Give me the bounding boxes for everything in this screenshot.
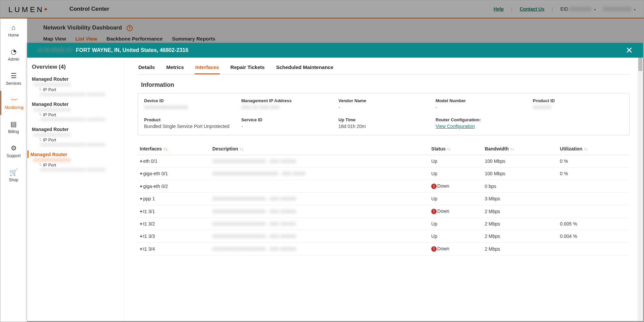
cell-status: !Down xyxy=(429,205,483,218)
billing-icon: ▤ xyxy=(10,120,17,128)
col-status[interactable]: Status↑↓ xyxy=(429,143,483,155)
tab-scheduled-maintenance[interactable]: Scheduled Maintenance xyxy=(275,64,334,74)
label: Model Number xyxy=(436,98,526,103)
overview-group: Managed RouterXXXXXXXXXXXXXX└IP PortXXXX… xyxy=(30,75,124,97)
cell-bandwidth: 100 Mbps xyxy=(483,168,558,180)
dashboard-tabs: Map ViewList ViewBackbone PerformanceSum… xyxy=(43,36,628,42)
cell-bandwidth: 2 Mbps xyxy=(483,218,558,230)
dash-tab-list-view[interactable]: List View xyxy=(75,36,97,42)
info-device-id: Device IDXXXXXXXXXXXXXX xyxy=(144,98,235,110)
logo: LUMEN• xyxy=(8,4,49,14)
sidebar-label: Support xyxy=(6,153,20,158)
user-dropdown[interactable]: XXXXXXXXX ▾ xyxy=(603,6,636,12)
cell-bandwidth: 2 Mbps xyxy=(483,230,558,243)
tab-metrics[interactable]: Metrics xyxy=(166,64,185,74)
dash-tab-summary-reports[interactable]: Summary Reports xyxy=(172,36,215,42)
tree-connector-icon: └ xyxy=(39,112,42,117)
cell-utilization: 0.004 % xyxy=(558,230,630,243)
support-icon: ⚙ xyxy=(11,144,17,152)
help-icon[interactable]: ? xyxy=(127,25,133,31)
dash-tab-map-view[interactable]: Map View xyxy=(43,36,66,42)
separator: | xyxy=(511,6,512,12)
sidebar-item-billing[interactable]: ▤Billing xyxy=(0,115,27,139)
interface-row: +t1 3/4XXXXXXXXXXXXXXXXX - XXX XXXXX!Dow… xyxy=(138,243,630,255)
overview-router[interactable]: Managed Router xyxy=(27,150,124,158)
interface-row: +giga-eth 0/2!Down0 bps xyxy=(138,180,630,193)
expand-icon[interactable]: + xyxy=(140,184,142,189)
overview-ip-port[interactable]: └IP Port xyxy=(30,87,124,92)
overview-ip-port[interactable]: └IP Port xyxy=(30,137,124,142)
cell-status: Up xyxy=(429,168,483,180)
sidebar-item-admin[interactable]: ◔Admin xyxy=(0,43,27,67)
overview-router[interactable]: Managed Router xyxy=(30,125,124,133)
expand-icon[interactable]: + xyxy=(140,209,142,214)
overview-router-id: XXXXXXXXXXXXXX xyxy=(30,108,124,112)
info-product-id: Product IDXXXXXX xyxy=(533,98,623,110)
overview-ip-port[interactable]: └IP Port xyxy=(30,163,124,168)
col-description[interactable]: Description↑↓ xyxy=(210,143,429,155)
expand-icon[interactable]: + xyxy=(140,234,142,239)
dash-tab-backbone-performance[interactable]: Backbone Performance xyxy=(107,36,163,42)
contact-link[interactable]: Contact Us xyxy=(520,6,544,12)
expand-icon[interactable]: + xyxy=(140,158,142,164)
sidebar-item-monitoring[interactable]: 〰Monitoring xyxy=(0,91,27,115)
user-value: XXXXXXXXX xyxy=(603,6,631,12)
chevron-down-icon: ▾ xyxy=(634,8,636,11)
cell-interface: +t1 3/3 xyxy=(138,230,210,243)
location-prefix: 10 W MAIN ST xyxy=(37,47,73,53)
overview-port-id: XXXXXXXXXXXXXXXXX XXXXXXX xyxy=(30,142,124,147)
label: Product xyxy=(144,117,235,122)
overview-ip-port[interactable]: └IP Port xyxy=(30,112,124,117)
scrollbar-thumb[interactable] xyxy=(638,58,642,71)
sidebar-label: Monitoring xyxy=(5,105,23,110)
sidebar-label: Shop xyxy=(9,178,18,182)
info-uptime: Up Time18d 01h 20m xyxy=(338,117,429,129)
eid-dropdown[interactable]: EID XXXXXXX ▾ xyxy=(561,6,596,12)
eid-value: XXXXXXX xyxy=(570,6,591,12)
value: Bundled Single Service Port Unprotected xyxy=(144,124,235,129)
cell-description: XXXXXXXXXXXXXXXXX - XXX XXXXX xyxy=(210,155,429,168)
expand-icon[interactable]: + xyxy=(140,246,142,252)
sort-icon: ↑↓ xyxy=(584,147,588,151)
cell-status: !Down xyxy=(429,180,483,193)
info-product: ProductBundled Single Service Port Unpro… xyxy=(144,117,235,129)
col-label: Interfaces xyxy=(140,146,162,151)
cell-bandwidth: 2 Mbps xyxy=(483,243,558,255)
sort-icon: ↑↓ xyxy=(510,147,514,151)
expand-icon[interactable]: + xyxy=(140,196,142,201)
label: Vendor Name xyxy=(338,98,429,103)
col-label: Description xyxy=(212,146,238,151)
help-link[interactable]: Help xyxy=(494,6,504,12)
close-icon[interactable]: ✕ xyxy=(626,45,633,56)
cell-description: XXXXXXXXXXXXXXXXXXXXX - XXX XXXX xyxy=(210,168,429,180)
col-interfaces[interactable]: Interfaces↑↓ xyxy=(138,143,210,155)
value: XXX.XX.XXX.XXX xyxy=(241,105,332,110)
information-heading: Information xyxy=(141,81,630,88)
sidebar-item-shop[interactable]: 🛒Shop xyxy=(0,163,27,187)
expand-icon[interactable]: + xyxy=(140,221,142,227)
interface-row: +t1 3/1XXXXXXXXXXXXXXXXX - XXX XXXXX!Dow… xyxy=(138,205,630,218)
interface-row: +ppp 1XXXXXXXXXXXXXXXXX - XXX XXXXXUp3 M… xyxy=(138,193,630,205)
tab-details[interactable]: Details xyxy=(138,64,155,74)
cell-description: XXXXXXXXXXXXXXXXX - XXX XXXXX xyxy=(210,193,429,205)
expand-icon[interactable]: + xyxy=(140,171,142,176)
overview-router[interactable]: Managed Router xyxy=(30,75,124,82)
tab-repair-tickets[interactable]: Repair Tickets xyxy=(230,64,265,74)
view-configuration-link[interactable]: View Configuration xyxy=(436,124,475,129)
tree-connector-icon: └ xyxy=(39,163,42,168)
cell-description: XXXXXXXXXXXXXXXXX - XXX XXXXX xyxy=(210,218,429,230)
sidebar-item-support[interactable]: ⚙Support xyxy=(0,139,27,163)
cell-status: Up xyxy=(429,155,483,168)
overview-router-id: XXXXXXXXXXXXXX xyxy=(30,158,124,163)
scrollbar[interactable] xyxy=(638,58,643,321)
sidebar-item-services[interactable]: ☰Services xyxy=(0,67,27,91)
info-vendor: Vendor Name- xyxy=(338,98,429,110)
overview-router[interactable]: Managed Router xyxy=(30,100,124,108)
monitoring-icon: 〰 xyxy=(11,96,17,104)
alert-icon: ! xyxy=(431,209,437,214)
col-utilization[interactable]: Utilization↑↓ xyxy=(558,143,630,155)
tab-interfaces[interactable]: Interfaces xyxy=(195,64,220,74)
sidebar-item-home[interactable]: ⌂Home xyxy=(0,18,27,43)
overview-group: Managed RouterXXXXXXXXXXXXXX└IP PortXXXX… xyxy=(30,100,124,122)
col-bandwidth[interactable]: Bandwidth↑↓ xyxy=(483,143,558,155)
